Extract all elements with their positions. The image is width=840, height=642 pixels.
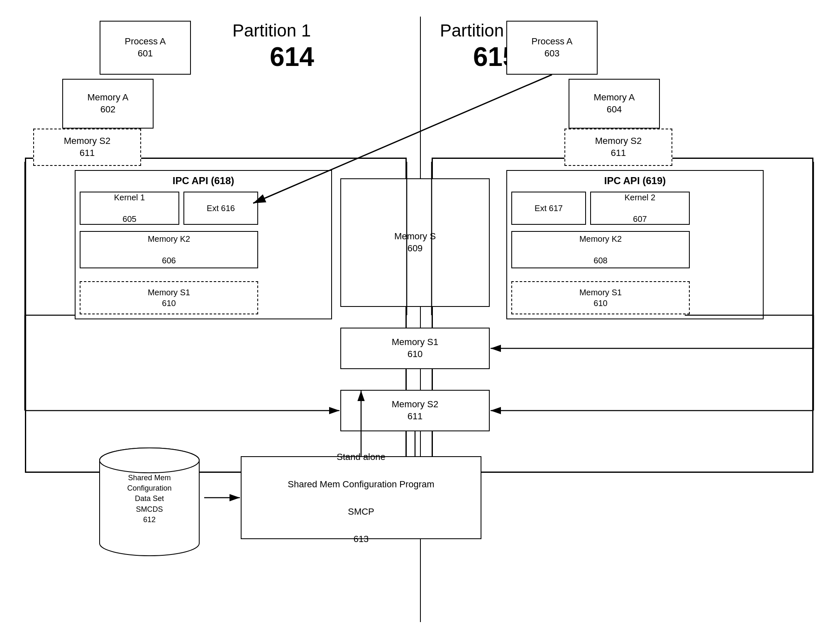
ext-617-box: Ext 617 [511,192,586,225]
memory-s1-610-right: Memory S1 610 [511,281,690,314]
ext-616-box: Ext 616 [183,192,258,225]
partition1-label: Partition 1 [232,21,311,41]
memory-a-602: Memory A 602 [62,79,154,129]
smcp-box: Stand alone Shared Mem Configuration Pro… [241,456,481,539]
memory-s1-610-left: Memory S1 610 [80,281,258,314]
memory-k2-608: Memory K2 608 [511,231,690,268]
smcds-cylinder: Shared Mem Configuration Data Set SMCDS … [95,440,203,564]
process-a-603: Process A 603 [506,21,598,75]
memory-s1-610-center: Memory S1 610 [340,328,490,369]
kernel1-box: Kernel 1 605 [80,192,179,225]
svg-point-6 [100,448,199,473]
memory-s2-611-center: Memory S2 611 [340,390,490,431]
kernel2-box: Kernel 2 607 [590,192,690,225]
memory-s2-611-left: Memory S2 611 [33,129,141,166]
memory-k2-606: Memory K2 606 [80,231,258,268]
memory-a-604: Memory A 604 [569,79,660,129]
ipc-api-619: IPC API (619) Ext 617 Kernel 2 607 Memor… [506,170,764,319]
partition1-number: 614 [270,41,314,72]
diagram-container: Partition 1 614 Partition 2 615 Process … [0,0,840,642]
memory-s-609: Memory S 609 [340,178,490,307]
process-a-601: Process A 601 [100,21,191,75]
ipc-api-618: IPC API (618) Kernel 1 605 Ext 616 Memor… [75,170,332,319]
memory-s2-611-right: Memory S2 611 [564,129,672,166]
